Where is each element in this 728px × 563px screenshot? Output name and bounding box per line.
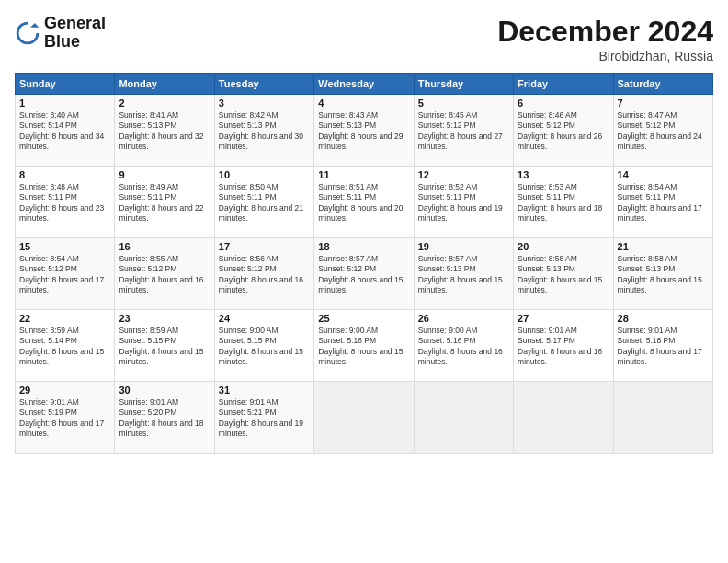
calendar-cell: 18 Sunrise: 8:57 AMSunset: 5:12 PMDaylig… bbox=[314, 238, 414, 310]
day-info: Sunrise: 8:41 AMSunset: 5:13 PMDaylight:… bbox=[119, 110, 210, 153]
day-number: 21 bbox=[618, 241, 709, 252]
day-number: 18 bbox=[318, 241, 409, 252]
day-number: 13 bbox=[518, 169, 609, 180]
calendar-cell: 9 Sunrise: 8:49 AMSunset: 5:11 PMDayligh… bbox=[115, 167, 214, 238]
page-header: General Blue December 2024 Birobidzhan, … bbox=[15, 15, 713, 63]
logo-text: General Blue bbox=[44, 15, 106, 52]
weekday-header: Saturday bbox=[613, 74, 712, 95]
calendar-cell: 25 Sunrise: 9:00 AMSunset: 5:16 PMDaylig… bbox=[314, 310, 414, 382]
logo-icon bbox=[15, 20, 40, 46]
calendar-cell: 15 Sunrise: 8:54 AMSunset: 5:12 PMDaylig… bbox=[16, 238, 115, 310]
day-number: 25 bbox=[318, 313, 409, 324]
calendar-cell: 20 Sunrise: 8:58 AMSunset: 5:13 PMDaylig… bbox=[514, 238, 613, 310]
day-info: Sunrise: 8:45 AMSunset: 5:12 PMDaylight:… bbox=[418, 110, 509, 153]
calendar-cell: 1 Sunrise: 8:40 AMSunset: 5:14 PMDayligh… bbox=[16, 95, 115, 167]
calendar-cell: 16 Sunrise: 8:55 AMSunset: 5:12 PMDaylig… bbox=[115, 238, 214, 310]
calendar-cell: 7 Sunrise: 8:47 AMSunset: 5:12 PMDayligh… bbox=[613, 95, 712, 167]
weekday-header: Friday bbox=[514, 74, 613, 95]
day-number: 1 bbox=[19, 98, 110, 109]
calendar-cell bbox=[314, 382, 414, 454]
title-section: December 2024 Birobidzhan, Russia bbox=[497, 15, 713, 63]
calendar-cell: 24 Sunrise: 9:00 AMSunset: 5:15 PMDaylig… bbox=[214, 310, 313, 382]
day-number: 19 bbox=[418, 241, 509, 252]
calendar-week-row: 1 Sunrise: 8:40 AMSunset: 5:14 PMDayligh… bbox=[16, 95, 713, 167]
day-number: 10 bbox=[219, 169, 310, 180]
day-number: 28 bbox=[618, 313, 709, 324]
day-info: Sunrise: 8:56 AMSunset: 5:12 PMDaylight:… bbox=[219, 254, 310, 296]
day-number: 22 bbox=[19, 313, 110, 324]
day-info: Sunrise: 8:55 AMSunset: 5:12 PMDaylight:… bbox=[119, 254, 210, 296]
day-info: Sunrise: 8:59 AMSunset: 5:15 PMDaylight:… bbox=[119, 326, 210, 368]
day-info: Sunrise: 8:42 AMSunset: 5:13 PMDaylight:… bbox=[219, 110, 310, 153]
weekday-header: Sunday bbox=[16, 74, 115, 95]
day-number: 14 bbox=[618, 169, 709, 180]
day-info: Sunrise: 8:50 AMSunset: 5:11 PMDaylight:… bbox=[219, 182, 310, 224]
location: Birobidzhan, Russia bbox=[497, 49, 713, 63]
calendar-cell: 4 Sunrise: 8:43 AMSunset: 5:13 PMDayligh… bbox=[314, 95, 414, 167]
day-number: 30 bbox=[119, 385, 210, 396]
calendar-cell: 12 Sunrise: 8:52 AMSunset: 5:11 PMDaylig… bbox=[414, 167, 513, 238]
calendar-cell: 21 Sunrise: 8:58 AMSunset: 5:13 PMDaylig… bbox=[613, 238, 712, 310]
calendar-cell: 3 Sunrise: 8:42 AMSunset: 5:13 PMDayligh… bbox=[214, 95, 313, 167]
calendar-cell: 13 Sunrise: 8:53 AMSunset: 5:11 PMDaylig… bbox=[514, 167, 613, 238]
day-info: Sunrise: 8:51 AMSunset: 5:11 PMDaylight:… bbox=[318, 182, 409, 224]
calendar-cell: 27 Sunrise: 9:01 AMSunset: 5:17 PMDaylig… bbox=[514, 310, 613, 382]
weekday-header: Wednesday bbox=[314, 74, 414, 95]
day-number: 7 bbox=[618, 98, 709, 109]
calendar-cell: 22 Sunrise: 8:59 AMSunset: 5:14 PMDaylig… bbox=[16, 310, 115, 382]
day-info: Sunrise: 9:00 AMSunset: 5:15 PMDaylight:… bbox=[219, 326, 310, 368]
calendar-cell: 19 Sunrise: 8:57 AMSunset: 5:13 PMDaylig… bbox=[414, 238, 513, 310]
day-number: 3 bbox=[219, 98, 310, 109]
day-info: Sunrise: 9:00 AMSunset: 5:16 PMDaylight:… bbox=[418, 326, 509, 368]
calendar-cell: 31 Sunrise: 9:01 AMSunset: 5:21 PMDaylig… bbox=[214, 382, 313, 454]
calendar-cell: 23 Sunrise: 8:59 AMSunset: 5:15 PMDaylig… bbox=[115, 310, 214, 382]
calendar-week-row: 29 Sunrise: 9:01 AMSunset: 5:19 PMDaylig… bbox=[16, 382, 713, 454]
day-number: 11 bbox=[318, 169, 409, 180]
day-number: 12 bbox=[418, 169, 509, 180]
calendar-cell: 30 Sunrise: 9:01 AMSunset: 5:20 PMDaylig… bbox=[115, 382, 214, 454]
calendar-cell bbox=[514, 382, 613, 454]
day-number: 20 bbox=[518, 241, 609, 252]
calendar-week-row: 8 Sunrise: 8:48 AMSunset: 5:11 PMDayligh… bbox=[16, 167, 713, 238]
day-number: 17 bbox=[219, 241, 310, 252]
day-number: 27 bbox=[518, 313, 609, 324]
weekday-header: Monday bbox=[115, 74, 214, 95]
day-info: Sunrise: 8:48 AMSunset: 5:11 PMDaylight:… bbox=[19, 182, 110, 224]
weekday-header: Thursday bbox=[414, 74, 513, 95]
day-number: 6 bbox=[518, 98, 609, 109]
calendar-cell: 28 Sunrise: 9:01 AMSunset: 5:18 PMDaylig… bbox=[613, 310, 712, 382]
day-info: Sunrise: 8:58 AMSunset: 5:13 PMDaylight:… bbox=[518, 254, 609, 296]
day-info: Sunrise: 8:53 AMSunset: 5:11 PMDaylight:… bbox=[518, 182, 609, 224]
calendar-week-row: 22 Sunrise: 8:59 AMSunset: 5:14 PMDaylig… bbox=[16, 310, 713, 382]
calendar-cell: 29 Sunrise: 9:01 AMSunset: 5:19 PMDaylig… bbox=[16, 382, 115, 454]
calendar-cell: 6 Sunrise: 8:46 AMSunset: 5:12 PMDayligh… bbox=[514, 95, 613, 167]
day-info: Sunrise: 9:01 AMSunset: 5:17 PMDaylight:… bbox=[518, 326, 609, 368]
weekday-header-row: SundayMondayTuesdayWednesdayThursdayFrid… bbox=[16, 74, 713, 95]
calendar-cell: 11 Sunrise: 8:51 AMSunset: 5:11 PMDaylig… bbox=[314, 167, 414, 238]
day-info: Sunrise: 8:54 AMSunset: 5:12 PMDaylight:… bbox=[19, 254, 110, 296]
day-info: Sunrise: 8:54 AMSunset: 5:11 PMDaylight:… bbox=[618, 182, 709, 224]
day-number: 29 bbox=[19, 385, 110, 396]
day-info: Sunrise: 8:49 AMSunset: 5:11 PMDaylight:… bbox=[119, 182, 210, 224]
day-info: Sunrise: 8:59 AMSunset: 5:14 PMDaylight:… bbox=[19, 326, 110, 368]
day-number: 24 bbox=[219, 313, 310, 324]
day-number: 15 bbox=[19, 241, 110, 252]
calendar-cell bbox=[414, 382, 513, 454]
day-number: 26 bbox=[418, 313, 509, 324]
calendar-week-row: 15 Sunrise: 8:54 AMSunset: 5:12 PMDaylig… bbox=[16, 238, 713, 310]
calendar-cell: 10 Sunrise: 8:50 AMSunset: 5:11 PMDaylig… bbox=[214, 167, 313, 238]
day-info: Sunrise: 8:47 AMSunset: 5:12 PMDaylight:… bbox=[618, 110, 709, 153]
day-number: 23 bbox=[119, 313, 210, 324]
day-info: Sunrise: 8:57 AMSunset: 5:13 PMDaylight:… bbox=[418, 254, 509, 296]
day-number: 4 bbox=[318, 98, 409, 109]
month-title: December 2024 bbox=[497, 15, 713, 49]
calendar-cell: 17 Sunrise: 8:56 AMSunset: 5:12 PMDaylig… bbox=[214, 238, 313, 310]
day-info: Sunrise: 8:57 AMSunset: 5:12 PMDaylight:… bbox=[318, 254, 409, 296]
day-info: Sunrise: 8:52 AMSunset: 5:11 PMDaylight:… bbox=[418, 182, 509, 224]
day-number: 31 bbox=[219, 385, 310, 396]
calendar-cell: 5 Sunrise: 8:45 AMSunset: 5:12 PMDayligh… bbox=[414, 95, 513, 167]
day-info: Sunrise: 9:00 AMSunset: 5:16 PMDaylight:… bbox=[318, 326, 409, 368]
day-info: Sunrise: 9:01 AMSunset: 5:19 PMDaylight:… bbox=[19, 397, 110, 440]
day-info: Sunrise: 9:01 AMSunset: 5:20 PMDaylight:… bbox=[119, 397, 210, 440]
logo: General Blue bbox=[15, 15, 106, 52]
